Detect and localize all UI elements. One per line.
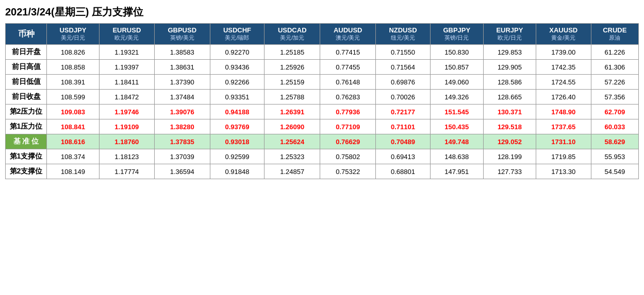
header-col-usdcad: USDCAD美元/加元 bbox=[265, 24, 320, 45]
data-cell: 54.549 bbox=[591, 164, 638, 179]
row-label: 前日高值 bbox=[6, 60, 47, 75]
data-cell: 1.25926 bbox=[265, 60, 320, 75]
header-label: 币种 bbox=[6, 24, 47, 45]
data-cell: 0.93436 bbox=[210, 60, 265, 75]
data-cell: 58.629 bbox=[591, 134, 638, 149]
data-cell: 0.70026 bbox=[376, 90, 431, 105]
data-cell: 1.37390 bbox=[154, 75, 210, 90]
header-row: 币种USDJPY美元/日元EURUSD欧元/美元GBPUSD英镑/美元USDCH… bbox=[6, 24, 639, 45]
data-cell: 1.39076 bbox=[154, 105, 210, 119]
data-cell: 1.17774 bbox=[99, 164, 154, 179]
header-col-xauusd: XAUUSD黄金/美元 bbox=[536, 24, 591, 45]
row-label: 前日低值 bbox=[6, 75, 47, 90]
table-row: 前日开盘108.8261.193211.385830.922701.251850… bbox=[6, 45, 639, 60]
data-cell: 150.857 bbox=[430, 60, 483, 75]
header-col-gbpusd: GBPUSD英镑/美元 bbox=[154, 24, 210, 45]
data-cell: 0.75322 bbox=[320, 164, 376, 179]
data-cell: 108.599 bbox=[47, 90, 100, 105]
data-cell: 0.71101 bbox=[376, 119, 431, 134]
data-cell: 61.226 bbox=[591, 45, 638, 60]
row-label: 第2支撑位 bbox=[6, 164, 47, 179]
data-cell: 1.24857 bbox=[265, 164, 320, 179]
data-cell: 1724.55 bbox=[536, 75, 591, 90]
data-cell: 1.38583 bbox=[154, 45, 210, 60]
data-cell: 1.37835 bbox=[154, 134, 210, 149]
data-cell: 1.18760 bbox=[99, 134, 154, 149]
data-cell: 148.638 bbox=[430, 149, 483, 164]
data-cell: 0.76283 bbox=[320, 90, 376, 105]
table-row: 前日收盘108.5991.184721.374840.933511.257880… bbox=[6, 90, 639, 105]
data-cell: 149.326 bbox=[430, 90, 483, 105]
data-cell: 1.19746 bbox=[99, 105, 154, 119]
table-row: 第1支撑位108.3741.181231.370390.925991.25323… bbox=[6, 149, 639, 164]
data-table: 币种USDJPY美元/日元EURUSD欧元/美元GBPUSD英镑/美元USDCH… bbox=[5, 23, 639, 179]
data-cell: 108.616 bbox=[47, 134, 100, 149]
data-cell: 55.953 bbox=[591, 149, 638, 164]
data-cell: 109.083 bbox=[47, 105, 100, 119]
data-cell: 1731.10 bbox=[536, 134, 591, 149]
data-cell: 1.37484 bbox=[154, 90, 210, 105]
row-label: 第2压力位 bbox=[6, 105, 47, 119]
data-cell: 0.93351 bbox=[210, 90, 265, 105]
data-cell: 0.93769 bbox=[210, 119, 265, 134]
data-cell: 149.748 bbox=[430, 134, 483, 149]
data-cell: 127.733 bbox=[483, 164, 536, 179]
header-col-eurjpy: EURJPY欧元/日元 bbox=[483, 24, 536, 45]
data-cell: 129.052 bbox=[483, 134, 536, 149]
table-row: 第2支撑位108.1491.177741.365940.918481.24857… bbox=[6, 164, 639, 179]
data-cell: 1.25624 bbox=[265, 134, 320, 149]
data-cell: 0.76148 bbox=[320, 75, 376, 90]
data-cell: 0.72177 bbox=[376, 105, 431, 119]
row-label: 第1压力位 bbox=[6, 119, 47, 134]
data-cell: 1.38280 bbox=[154, 119, 210, 134]
table-row: 前日低值108.3911.184111.373900.922661.251590… bbox=[6, 75, 639, 90]
data-cell: 147.951 bbox=[430, 164, 483, 179]
data-cell: 0.77415 bbox=[320, 45, 376, 60]
table-row: 第2压力位109.0831.197461.390760.941881.26391… bbox=[6, 105, 639, 119]
data-cell: 0.69876 bbox=[376, 75, 431, 90]
data-cell: 1742.35 bbox=[536, 60, 591, 75]
data-cell: 1713.30 bbox=[536, 164, 591, 179]
data-cell: 1.26391 bbox=[265, 105, 320, 119]
data-cell: 128.586 bbox=[483, 75, 536, 90]
data-cell: 129.518 bbox=[483, 119, 536, 134]
data-cell: 151.545 bbox=[430, 105, 483, 119]
data-cell: 1.19397 bbox=[99, 60, 154, 75]
data-cell: 1.18123 bbox=[99, 149, 154, 164]
data-cell: 108.149 bbox=[47, 164, 100, 179]
data-cell: 0.71564 bbox=[376, 60, 431, 75]
data-cell: 0.92599 bbox=[210, 149, 265, 164]
header-col-audusd: AUDUSD澳元/美元 bbox=[320, 24, 376, 45]
row-label: 前日收盘 bbox=[6, 90, 47, 105]
data-cell: 1.19321 bbox=[99, 45, 154, 60]
data-cell: 1.38631 bbox=[154, 60, 210, 75]
row-label: 前日开盘 bbox=[6, 45, 47, 60]
table-row: 前日高值108.8581.193971.386310.934361.259260… bbox=[6, 60, 639, 75]
data-cell: 0.77455 bbox=[320, 60, 376, 75]
table-row: 第1压力位108.8411.191091.382800.937691.26090… bbox=[6, 119, 639, 134]
data-cell: 61.306 bbox=[591, 60, 638, 75]
data-cell: 1.18411 bbox=[99, 75, 154, 90]
data-cell: 108.826 bbox=[47, 45, 100, 60]
data-cell: 149.060 bbox=[430, 75, 483, 90]
data-cell: 108.858 bbox=[47, 60, 100, 75]
data-cell: 62.709 bbox=[591, 105, 638, 119]
data-cell: 0.69413 bbox=[376, 149, 431, 164]
data-cell: 128.665 bbox=[483, 90, 536, 105]
data-cell: 130.371 bbox=[483, 105, 536, 119]
data-cell: 1.37039 bbox=[154, 149, 210, 164]
data-cell: 1739.00 bbox=[536, 45, 591, 60]
header-col-nzdusd: NZDUSD纽元/美元 bbox=[376, 24, 431, 45]
data-cell: 0.70489 bbox=[376, 134, 431, 149]
data-cell: 1.25323 bbox=[265, 149, 320, 164]
data-cell: 108.374 bbox=[47, 149, 100, 164]
data-cell: 0.75802 bbox=[320, 149, 376, 164]
data-cell: 1748.90 bbox=[536, 105, 591, 119]
data-cell: 1.18472 bbox=[99, 90, 154, 105]
data-cell: 1719.85 bbox=[536, 149, 591, 164]
data-cell: 1.25185 bbox=[265, 45, 320, 60]
data-cell: 0.93018 bbox=[210, 134, 265, 149]
data-cell: 57.226 bbox=[591, 75, 638, 90]
page-title: 2021/3/24(星期三) 压力支撑位 bbox=[5, 5, 639, 19]
data-cell: 1.26090 bbox=[265, 119, 320, 134]
